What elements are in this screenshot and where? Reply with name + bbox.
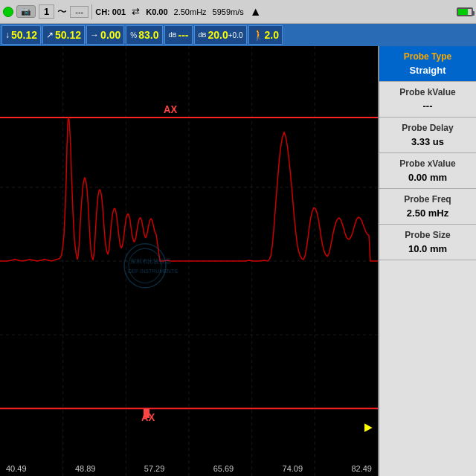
arrow-right-icon: → <box>90 30 99 40</box>
freq-label: K0.00 <box>146 7 167 16</box>
arrow-up-icon: ↗ <box>46 30 54 40</box>
probe-type-value: Straight <box>409 65 446 76</box>
battery-icon <box>457 7 473 16</box>
metric-db-icon[interactable]: dB --- <box>164 25 193 45</box>
top-toolbar: 📷 1 〜 --- CH: 001 ⇄ K0.00 2.50mHz 5959m/… <box>0 0 476 24</box>
x-label-1: 48.89 <box>75 464 96 473</box>
db-label: dB <box>199 31 207 39</box>
percent-value: 83.0 <box>138 29 158 41</box>
probe-size-value: 10.0 mm <box>408 243 447 254</box>
main-area: AX AX 深圳市比较仪器 GEF INSTRUMENTS ▶ 40.49 48… <box>0 46 476 476</box>
probe-kvalue-label: Probe kValue <box>399 87 455 99</box>
db-icon: dB <box>169 31 177 39</box>
x-label-0: 40.49 <box>6 464 27 473</box>
probe-size-label: Probe Size <box>405 230 450 242</box>
x-label-2: 57.29 <box>144 464 165 473</box>
probe-type-item[interactable]: Probe Type Straight <box>379 46 476 82</box>
svg-text:AX: AX <box>164 103 177 115</box>
right-panel: Probe Type Straight Probe kValue --- Pro… <box>378 46 476 476</box>
depth-value: 50.12 <box>11 29 37 41</box>
metric-position[interactable]: → 0.00 <box>86 25 124 45</box>
probe-freq-item[interactable]: Probe Freq 2.50 mHz <box>379 189 476 225</box>
x-axis-labels: 40.49 48.89 57.29 65.69 74.09 82.49 <box>0 464 378 473</box>
metric-percent[interactable]: % 83.0 <box>126 25 162 45</box>
probe-freq-label: Probe Freq <box>404 194 451 206</box>
svg-point-16 <box>129 248 161 283</box>
svg-rect-14 <box>144 408 149 418</box>
transfer-icon: ⇄ <box>132 6 140 17</box>
dash-indicator: --- <box>70 6 89 18</box>
x-label-4: 74.09 <box>283 464 303 473</box>
position-value: 0.00 <box>100 29 120 41</box>
second-toolbar: ↓ 50.12 ↗ 50.12 → 0.00 % 83.0 dB --- dB … <box>0 24 476 46</box>
arrow-down-icon: ↓ <box>5 30 10 40</box>
metric-depth[interactable]: ↓ 50.12 <box>1 25 41 45</box>
oscilloscope-display: AX AX 深圳市比较仪器 GEF INSTRUMENTS ▶ 40.49 48… <box>0 46 378 476</box>
triangle-icon: ▲ <box>250 5 262 19</box>
channel-number: 1 <box>39 4 54 19</box>
svg-text:深圳市比较仪器: 深圳市比较仪器 <box>130 258 170 265</box>
probe-delay-label: Probe Delay <box>402 123 453 135</box>
probe-delay-value: 3.33 us <box>411 136 444 147</box>
speed-value: 5959m/s <box>213 7 244 16</box>
probe-kvalue-item[interactable]: Probe kValue --- <box>379 82 476 118</box>
probe-type-label: Probe Type <box>404 51 451 63</box>
separator1 <box>91 4 92 19</box>
power-indicator <box>3 7 13 17</box>
metric-distance[interactable]: ↗ 50.12 <box>42 25 85 45</box>
distance-value: 50.12 <box>55 29 81 41</box>
probe-xvalue-item[interactable]: Probe xValue 0.00 mm <box>379 153 476 189</box>
probe-xvalue-value: 0.00 mm <box>408 172 447 183</box>
percent-icon: % <box>130 31 137 39</box>
waveform-canvas: AX AX 深圳市比较仪器 GEF INSTRUMENTS ▶ <box>0 46 378 476</box>
svg-text:GEF INSTRUMENTS: GEF INSTRUMENTS <box>128 268 178 274</box>
metric-walk[interactable]: 🚶 2.0 <box>248 25 283 45</box>
walk-value: 2.0 <box>265 29 279 41</box>
probe-kvalue-value: --- <box>423 100 433 112</box>
probe-delay-item[interactable]: Probe Delay 3.33 us <box>379 118 476 153</box>
channel-label: CH: 001 <box>95 7 126 16</box>
x-label-5: 82.49 <box>351 464 372 473</box>
probe-freq-value: 2.50 mHz <box>407 208 448 219</box>
probe-size-item[interactable]: Probe Size 10.0 mm <box>379 225 476 260</box>
gain-extra: +0.0 <box>228 31 243 39</box>
gain-value: 20.0 <box>208 29 228 41</box>
walk-icon: 🚶 <box>252 29 265 41</box>
wave-icon: 〜 <box>57 5 67 19</box>
camera-icon: 📷 <box>21 7 31 16</box>
metric-gain[interactable]: dB 20.0 +0.0 <box>194 25 247 45</box>
record-button[interactable]: 📷 <box>16 5 36 18</box>
svg-point-15 <box>124 244 166 288</box>
probe-xvalue-label: Probe xValue <box>399 158 455 170</box>
svg-text:▶: ▶ <box>364 420 373 432</box>
db-dash-value: --- <box>178 29 189 41</box>
freq-value: 2.50mHz <box>174 7 207 16</box>
x-label-3: 65.69 <box>213 464 234 473</box>
